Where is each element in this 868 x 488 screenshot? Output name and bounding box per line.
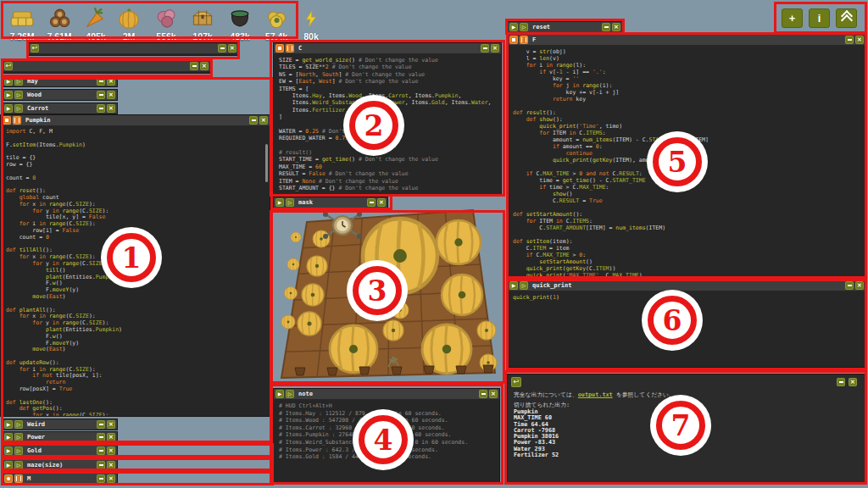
run-alt-button[interactable]: ▷ [14, 77, 23, 86]
play-icon: ▶ [7, 435, 11, 440]
close-button[interactable]: × [107, 104, 115, 113]
code-editor-quick-print[interactable]: quick_print(1) [508, 291, 865, 367]
undo-button[interactable]: ↩ [31, 44, 39, 53]
titlebar[interactable]: ↩ × [29, 43, 238, 53]
close-button[interactable]: × [107, 91, 115, 99]
minimize-button[interactable] [837, 378, 845, 386]
run-button[interactable]: ▶ [275, 198, 284, 207]
close-button[interactable]: × [107, 446, 115, 455]
minimize-button[interactable] [367, 198, 376, 207]
close-button[interactable]: × [107, 420, 115, 429]
minimize-button[interactable] [97, 433, 105, 441]
titlebar[interactable]: ▶ ▷ Power × [3, 432, 117, 442]
titlebar[interactable]: M × [3, 474, 117, 484]
titlebar[interactable]: ▶ ▷ Wood × [3, 90, 117, 100]
titlebar[interactable]: ▶ ▷ mask × [274, 197, 387, 208]
undo-button[interactable]: ↩ [4, 62, 13, 70]
scrollbar-thumb[interactable] [265, 144, 268, 182]
titlebar[interactable]: Pumpkin × [1, 115, 270, 125]
pause-button[interactable] [14, 474, 23, 483]
close-button[interactable]: × [107, 461, 115, 469]
run-alt-button[interactable]: ▷ [286, 198, 294, 207]
close-button[interactable]: × [228, 44, 236, 53]
stop-button[interactable] [275, 44, 284, 53]
titlebar[interactable]: ▶ ▷ Hay × [3, 76, 117, 86]
run-button[interactable]: ▶ [509, 281, 518, 290]
collapse-all-button[interactable] [836, 8, 857, 28]
run-alt-button[interactable]: ▷ [14, 91, 23, 99]
titlebar[interactable]: ▶ ▷ quick_print × [508, 280, 865, 291]
minimize-button[interactable] [481, 44, 489, 53]
titlebar[interactable]: ▶ ▷ Weird × [3, 419, 117, 430]
minimize-button[interactable] [97, 104, 105, 113]
stop-button[interactable] [509, 36, 518, 44]
minimize-button[interactable] [97, 420, 105, 429]
run-button[interactable]: ▶ [509, 23, 518, 31]
run-button[interactable]: ▶ [4, 433, 13, 441]
close-button[interactable]: × [107, 474, 115, 483]
minimize-button[interactable] [97, 461, 105, 469]
minimize-button[interactable] [218, 44, 226, 53]
close-button[interactable]: × [259, 116, 268, 125]
titlebar[interactable]: C × [274, 43, 501, 53]
run-alt-button[interactable]: ▷ [520, 23, 528, 31]
code-editor-c[interactable]: SIZE = get_world_size() # Don't change t… [274, 54, 501, 195]
stop-button[interactable] [4, 474, 13, 483]
stop-button[interactable] [3, 116, 11, 125]
run-button[interactable]: ▶ [4, 104, 13, 113]
run-alt-button[interactable]: ▷ [520, 281, 528, 290]
close-button[interactable]: × [855, 281, 864, 290]
run-button[interactable]: ▶ [4, 461, 13, 469]
run-alt-button[interactable]: ▷ [14, 433, 23, 441]
minimize-button[interactable] [845, 281, 854, 290]
minimize-button[interactable] [97, 446, 105, 455]
titlebar[interactable]: ▶ ▷ reset × [508, 22, 622, 32]
minimize-button[interactable] [97, 474, 105, 483]
run-button[interactable]: ▶ [4, 91, 13, 99]
run-alt-button[interactable]: ▷ [14, 420, 23, 429]
pause-button[interactable] [286, 44, 294, 53]
close-button[interactable]: × [107, 433, 115, 441]
add-window-button[interactable]: + [782, 8, 803, 28]
minimize-button[interactable] [190, 62, 198, 70]
run-button[interactable]: ▶ [4, 446, 13, 455]
close-button[interactable]: × [612, 23, 620, 31]
minimize-button[interactable] [602, 23, 610, 31]
code-editor-pumpkin[interactable]: import C, F, MF.setItem(Items.Pumpkin)ti… [1, 126, 270, 416]
close-button[interactable]: × [855, 36, 864, 44]
run-alt-button[interactable]: ▷ [14, 446, 23, 455]
titlebar[interactable]: ↩ × [3, 61, 210, 71]
code-editor-note[interactable]: # HUD Ctrl+Alt+H# Items.Hay : 112512 / 8… [274, 400, 499, 482]
run-button[interactable]: ▶ [4, 77, 13, 86]
minimize-button[interactable] [845, 36, 854, 44]
run-button[interactable]: ▶ [4, 420, 13, 429]
info-button[interactable]: i [809, 8, 830, 28]
titlebar[interactable]: ▶ ▷ maze(size) × [3, 460, 117, 470]
play-icon: ▶ [512, 283, 516, 288]
minimize-button[interactable] [97, 77, 105, 86]
minimize-button[interactable] [249, 116, 258, 125]
close-button[interactable]: × [491, 44, 499, 53]
titlebar[interactable]: ▶ ▷ Carrot × [3, 103, 117, 114]
close-button[interactable]: × [849, 378, 857, 386]
minimize-icon [99, 94, 103, 96]
minimize-button[interactable] [97, 91, 105, 99]
minimize-button[interactable] [479, 390, 487, 398]
close-button[interactable]: × [107, 77, 115, 86]
output-txt-link[interactable]: output.txt [578, 391, 613, 398]
titlebar[interactable]: F × [508, 35, 865, 45]
undo-button[interactable]: ↩ [511, 377, 521, 387]
close-button[interactable]: × [489, 390, 498, 398]
run-alt-button[interactable]: ▷ [14, 461, 23, 469]
run-alt-button[interactable]: ▷ [286, 390, 294, 398]
close-button[interactable]: × [200, 62, 209, 70]
titlebar[interactable]: ▶ ▷ note × [274, 389, 499, 399]
pause-button[interactable] [13, 116, 21, 125]
code-editor-f[interactable]: v = str(obj) l = len(v) for i in range(l… [508, 46, 865, 276]
run-alt-button[interactable]: ▷ [14, 104, 23, 113]
power-icon [302, 9, 320, 28]
close-button[interactable]: × [377, 198, 386, 207]
titlebar[interactable]: ▶ ▷ Gold × [3, 446, 117, 456]
run-button[interactable]: ▶ [275, 390, 284, 398]
pause-button[interactable] [520, 36, 528, 44]
